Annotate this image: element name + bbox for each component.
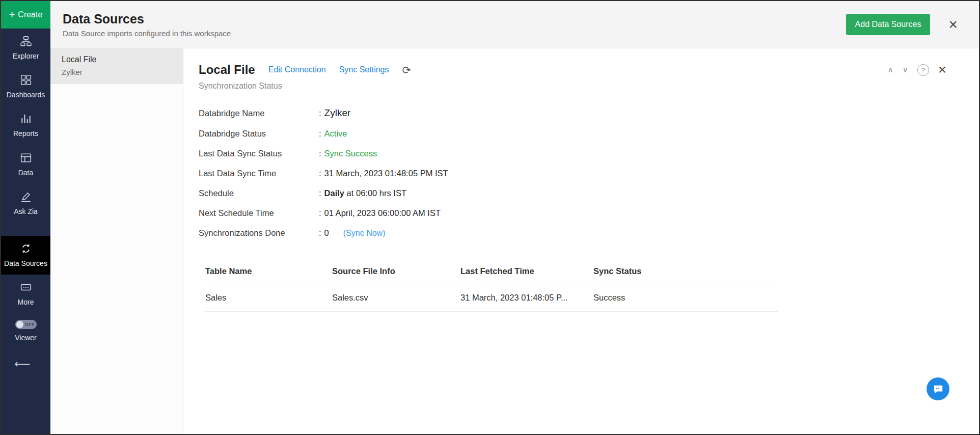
sidebar-item-label: Dashboards	[7, 90, 45, 99]
source-list-item-local-file[interactable]: Local File Zylker	[50, 48, 183, 84]
sidebar-item-label: Ask Zia	[14, 207, 38, 216]
field-label: Last Data Sync Status	[199, 149, 319, 158]
add-data-sources-button[interactable]: Add Data Sources	[846, 14, 931, 35]
field-label: Synchronizations Done	[199, 228, 319, 238]
field-databridge-status: Databridge Status : Active	[199, 129, 946, 139]
create-button[interactable]: + Create	[1, 1, 50, 29]
field-label: Schedule	[199, 188, 319, 198]
page-header: Data Sources Data Source imports configu…	[50, 1, 979, 48]
sidebar-item-viewer[interactable]: OFF Viewer	[1, 313, 50, 349]
field-last-data-sync-status: Last Data Sync Status : Sync Success	[199, 149, 946, 158]
toggle-knob-icon	[16, 321, 23, 328]
field-value: 31 March, 2023 01:48:05 PM IST	[324, 169, 448, 178]
chat-bubble-icon	[933, 384, 944, 395]
app-window: + Create Explorer	[0, 0, 980, 435]
field-colon: :	[319, 188, 321, 198]
col-header-sync-status: Sync Status	[593, 260, 778, 284]
field-value: Daily at 06:00 hrs IST	[324, 188, 406, 198]
sidebar-item-more[interactable]: More	[1, 275, 50, 313]
field-label: Next Schedule Time	[199, 208, 319, 218]
field-label: Last Data Sync Time	[199, 169, 319, 178]
field-colon: :	[319, 208, 321, 218]
viewer-toggle[interactable]: OFF	[15, 320, 37, 329]
sidebar-item-data-sources[interactable]: Data Sources	[1, 236, 50, 275]
status-badge: Sync Success	[324, 149, 377, 158]
plus-icon: +	[9, 10, 15, 20]
sidebar-item-explorer[interactable]: Explorer	[1, 29, 50, 67]
create-label: Create	[18, 10, 42, 19]
field-synchronizations-done: Synchronizations Done : 0 (Sync Now)	[199, 228, 946, 238]
cell-sync-status: Success	[593, 284, 778, 312]
reports-icon	[20, 113, 32, 125]
field-value: Zylker	[324, 107, 351, 119]
sidebar-item-label: Data Sources	[4, 259, 47, 268]
field-label: Databridge Status	[199, 129, 319, 139]
col-header-last-fetched-time: Last Fetched Time	[460, 260, 593, 284]
synced-tables-table: Table Name Source File Info Last Fetched…	[205, 260, 778, 312]
page-subtitle: Data Source imports configured in this w…	[63, 29, 231, 38]
sidebar-item-ask-zia[interactable]: Ask Zia	[1, 184, 50, 223]
field-value: 0	[324, 228, 329, 238]
sync-settings-link[interactable]: Sync Settings	[339, 65, 389, 74]
detail-panel: Local File Edit Connection Sync Settings…	[183, 48, 979, 434]
more-icon	[20, 281, 32, 293]
sidebar-item-label: Explorer	[12, 51, 39, 61]
table-row[interactable]: Sales Sales.csv 31 March, 2023 01:48:05 …	[205, 284, 778, 312]
field-label: Databridge Name	[199, 108, 319, 118]
field-colon: :	[319, 228, 321, 238]
field-colon: :	[319, 149, 321, 158]
detail-header: Local File Edit Connection Sync Settings…	[199, 63, 946, 77]
sync-status-fields: Databridge Name : Zylker Databridge Stat…	[199, 107, 946, 238]
source-list-panel: Local File Zylker	[50, 48, 183, 434]
schedule-frequency: Daily	[324, 188, 344, 198]
sidebar: + Create Explorer	[1, 1, 50, 434]
cell-table-name: Sales	[205, 284, 332, 312]
field-colon: :	[319, 108, 321, 118]
edit-connection-link[interactable]: Edit Connection	[268, 65, 326, 74]
source-item-title: Local File	[62, 55, 172, 64]
source-item-subtitle: Zylker	[62, 68, 172, 76]
field-colon: :	[319, 129, 321, 139]
sidebar-item-data[interactable]: Data	[1, 145, 50, 184]
col-header-table-name: Table Name	[205, 260, 332, 284]
sidebar-item-label: Data	[18, 168, 34, 177]
sidebar-spacer	[1, 223, 50, 236]
body-row: Local File Zylker Local File Edit Connec…	[50, 48, 979, 434]
main-column: Data Sources Data Source imports configu…	[50, 1, 979, 434]
table-header-row: Table Name Source File Info Last Fetched…	[205, 260, 778, 284]
chevron-up-icon[interactable]: ∧	[888, 65, 893, 74]
schedule-time: at 06:00 hrs IST	[344, 188, 406, 198]
chevron-down-icon[interactable]: ∨	[903, 65, 908, 74]
sync-now-link[interactable]: (Sync Now)	[343, 229, 386, 238]
chat-button[interactable]	[927, 377, 949, 400]
collapse-sidebar-button[interactable]: ⟵	[1, 352, 50, 376]
field-schedule: Schedule : Daily at 06:00 hrs IST	[199, 188, 946, 198]
field-databridge-name: Databridge Name : Zylker	[199, 107, 946, 119]
sidebar-nav: Explorer Dashboards	[1, 29, 50, 376]
sidebar-item-dashboards[interactable]: Dashboards	[1, 67, 50, 106]
field-last-data-sync-time: Last Data Sync Time : 31 March, 2023 01:…	[199, 169, 946, 178]
sidebar-item-reports[interactable]: Reports	[1, 106, 50, 145]
detail-subtitle: Synchronization Status	[199, 81, 946, 91]
help-icon[interactable]: ?	[917, 64, 929, 76]
page-title: Data Sources	[63, 12, 231, 26]
sidebar-item-label: Viewer	[15, 333, 37, 342]
col-header-source-file-info: Source File Info	[332, 260, 460, 284]
status-badge: Active	[324, 129, 347, 139]
data-sources-icon	[20, 242, 32, 255]
panel-close-icon[interactable]: ×	[938, 63, 946, 77]
data-table-icon	[20, 152, 32, 164]
ask-zia-icon	[20, 191, 32, 203]
cell-last-fetched-time: 31 March, 2023 01:48:05 P...	[460, 284, 593, 312]
field-colon: :	[319, 169, 321, 178]
cell-source-file-info: Sales.csv	[332, 284, 460, 312]
sidebar-item-label: More	[18, 297, 34, 307]
field-next-schedule-time: Next Schedule Time : 01 April, 2023 06:0…	[199, 208, 946, 218]
collapse-arrow-icon: ⟵	[14, 358, 31, 370]
field-value: 01 April, 2023 06:00:00 AM IST	[324, 208, 441, 218]
refresh-icon[interactable]: ⟳	[402, 65, 412, 75]
detail-title: Local File	[199, 63, 255, 77]
sidebar-item-label: Reports	[13, 129, 38, 138]
dashboards-icon	[20, 74, 32, 86]
close-icon[interactable]: ×	[948, 17, 958, 32]
